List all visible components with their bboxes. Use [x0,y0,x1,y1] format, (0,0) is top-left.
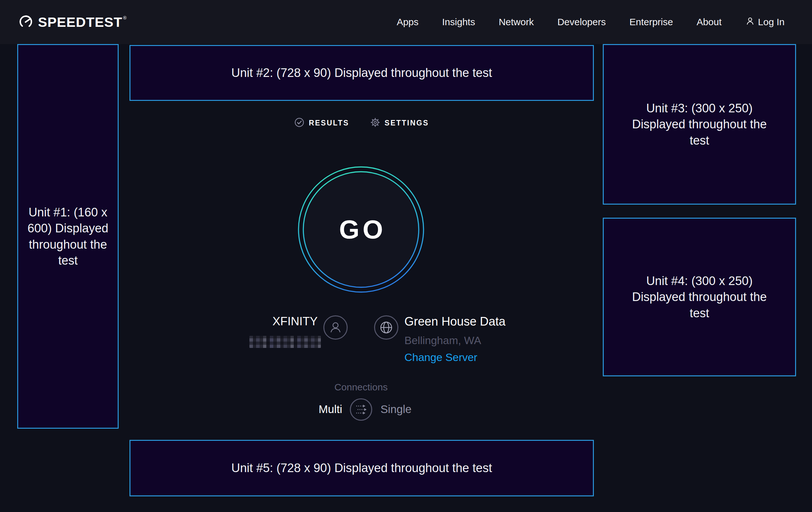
login-button[interactable]: Log In [745,16,785,28]
ad-unit-1-text: Unit #1: (160 x 600) Displayed throughou… [21,204,115,268]
ad-unit-5-text: Unit #5: (728 x 90) Displayed throughout… [231,460,492,476]
connections-toggle-button[interactable] [349,398,373,421]
user-icon [745,16,755,28]
tab-results[interactable]: RESULTS [294,117,349,129]
server-location: Bellingham, WA [404,334,481,347]
go-button[interactable]: GO [297,166,425,293]
tab-settings-label: SETTINGS [385,119,429,127]
tab-results-label: RESULTS [309,119,349,127]
nav-item-apps[interactable]: Apps [397,17,418,27]
ad-unit-3[interactable]: Unit #3: (300 x 250) Displayed throughou… [603,44,796,205]
ad-unit-4[interactable]: Unit #4: (300 x 250) Displayed throughou… [603,218,796,376]
tab-bar: RESULTS [129,115,594,130]
check-circle-icon [294,117,304,129]
ad-unit-5[interactable]: Unit #5: (728 x 90) Displayed throughout… [129,440,594,496]
speedtest-logo[interactable]: SPEEDTEST® [18,14,127,30]
tab-settings[interactable]: SETTINGS [370,117,429,129]
gear-icon [370,117,380,129]
server-name: Green House Data [404,315,505,328]
multi-connection-arrows-icon [349,398,373,421]
connections-single-option[interactable]: Single [380,403,444,415]
connections-multi-option[interactable]: Multi [279,403,342,415]
isp-name: XFINITY [223,315,318,328]
redacted-ip-blur [250,336,321,348]
nav-item-about[interactable]: About [697,17,721,27]
nav-item-insights[interactable]: Insights [442,17,475,27]
ad-unit-1[interactable]: Unit #1: (160 x 600) Displayed throughou… [17,44,119,429]
nav-item-network[interactable]: Network [499,17,534,27]
logo-wordmark: SPEEDTEST® [38,15,127,30]
top-nav-bar: SPEEDTEST® Apps Insights Network Develop… [0,0,812,44]
go-button-label: GO [297,166,425,293]
trademark-symbol: ® [123,15,127,21]
ad-unit-2-text: Unit #2: (728 x 90) Displayed throughout… [231,65,492,81]
login-label: Log In [758,17,785,27]
change-server-link[interactable]: Change Server [404,351,477,363]
ad-unit-4-text: Unit #4: (300 x 250) Displayed throughou… [628,273,771,321]
ad-unit-3-text: Unit #3: (300 x 250) Displayed throughou… [628,100,771,148]
main-nav: Apps Insights Network Developers Enterpr… [397,16,785,28]
speedometer-icon [18,14,33,30]
connections-label: Connections [313,382,409,393]
globe-icon[interactable] [374,315,399,340]
ad-unit-2[interactable]: Unit #2: (728 x 90) Displayed throughout… [129,45,594,101]
nav-item-enterprise[interactable]: Enterprise [629,17,673,27]
speedtest-page: SPEEDTEST® Apps Insights Network Develop… [0,0,812,512]
isp-user-icon[interactable] [323,315,348,340]
nav-item-developers[interactable]: Developers [557,17,606,27]
